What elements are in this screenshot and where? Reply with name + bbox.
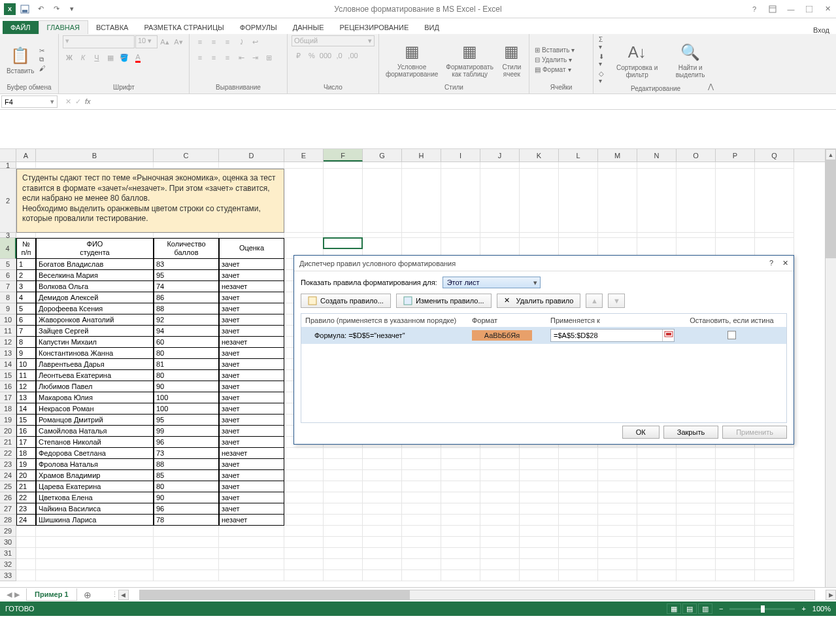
cell[interactable] <box>284 559 324 570</box>
cell[interactable] <box>480 537 520 548</box>
cell-score[interactable]: 74 <box>154 281 219 292</box>
cell[interactable] <box>402 526 441 537</box>
cell-num[interactable]: 22 <box>16 492 36 503</box>
cell[interactable] <box>219 570 284 581</box>
view-normal-icon[interactable]: ▦ <box>667 603 681 614</box>
cell-num[interactable]: 10 <box>16 359 36 370</box>
cell[interactable] <box>441 570 480 581</box>
cell[interactable] <box>716 570 755 581</box>
sort-filter-button[interactable]: A↓ Сортировка и фильтр <box>610 41 665 80</box>
cell[interactable] <box>755 169 794 233</box>
row-header[interactable]: 1 <box>0 162 16 169</box>
redo-icon[interactable]: ↷ <box>50 3 63 16</box>
cell-grade[interactable]: зачет <box>219 492 284 503</box>
cell[interactable] <box>637 448 677 459</box>
cell[interactable] <box>559 470 598 481</box>
cell-fio[interactable]: Самойлова Наталья <box>36 426 154 437</box>
clear-button[interactable]: ◇ ▾ <box>597 69 607 85</box>
cell-fio[interactable]: Константинова Жанна <box>36 348 154 359</box>
cell-score[interactable]: 95 <box>154 270 219 281</box>
cell[interactable] <box>480 503 520 515</box>
cell[interactable] <box>677 515 716 526</box>
cell-fio[interactable]: Шишкина Лариса <box>36 515 154 526</box>
cell[interactable] <box>154 233 219 238</box>
cell[interactable] <box>677 233 716 238</box>
cell[interactable] <box>520 162 559 169</box>
ribbon-collapse-icon[interactable]: ⋀ <box>708 82 714 91</box>
cell-num[interactable]: 13 <box>16 392 36 403</box>
format-cells-button[interactable]: ▤Формат ▾ <box>533 65 576 74</box>
cell[interactable] <box>520 470 559 481</box>
cell-grade[interactable]: зачет <box>219 292 284 303</box>
login-link[interactable]: Вход <box>813 26 829 34</box>
cell-fio[interactable]: Богатов Владислав <box>36 259 154 270</box>
cell[interactable] <box>677 492 716 503</box>
cell-score[interactable]: 95 <box>154 415 219 426</box>
cell[interactable] <box>677 537 716 548</box>
cell[interactable] <box>520 537 559 548</box>
cell[interactable] <box>441 459 480 470</box>
tab-insert[interactable]: ВСТАВКА <box>88 21 136 34</box>
cell[interactable] <box>219 537 284 548</box>
column-header-Q[interactable]: Q <box>755 149 794 161</box>
cell-fio[interactable]: Любимов Павел <box>36 381 154 392</box>
cell[interactable] <box>598 459 637 470</box>
cell[interactable] <box>637 233 677 238</box>
cell[interactable] <box>559 559 598 570</box>
cell[interactable] <box>284 233 324 238</box>
cell[interactable] <box>480 459 520 470</box>
cell[interactable] <box>716 526 755 537</box>
row-header[interactable]: 29 <box>0 526 16 537</box>
move-down-button[interactable]: ▼ <box>608 294 625 308</box>
cell[interactable] <box>324 470 363 481</box>
cell[interactable] <box>16 570 36 581</box>
cell[interactable] <box>363 448 402 459</box>
new-sheet-button[interactable]: ⊕ <box>77 590 98 600</box>
cell-grade[interactable]: зачет <box>219 370 284 381</box>
cell[interactable] <box>716 162 755 169</box>
column-header-N[interactable]: N <box>637 149 677 161</box>
save-icon[interactable] <box>18 3 31 16</box>
tab-file[interactable]: ФАЙЛ <box>3 21 39 34</box>
insert-cells-button[interactable]: ⊞Вставить ▾ <box>533 46 576 54</box>
cell[interactable] <box>324 162 363 169</box>
cell[interactable] <box>677 503 716 515</box>
cell[interactable] <box>755 526 794 537</box>
cell-fio[interactable]: Зайцев Сергей <box>36 326 154 337</box>
row-header[interactable]: 22 <box>0 448 16 459</box>
cell[interactable] <box>520 548 559 559</box>
column-header-H[interactable]: H <box>402 149 441 161</box>
cell[interactable] <box>677 559 716 570</box>
cell[interactable] <box>716 448 755 459</box>
cell-num[interactable]: 6 <box>16 314 36 326</box>
cell-score[interactable]: 81 <box>154 359 219 370</box>
cell-num[interactable]: 24 <box>16 515 36 526</box>
cell[interactable] <box>559 481 598 492</box>
cell[interactable] <box>36 162 154 169</box>
row-header[interactable]: 23 <box>0 459 16 470</box>
cell[interactable] <box>480 526 520 537</box>
show-for-select[interactable]: Этот лист <box>443 277 541 288</box>
cell[interactable] <box>219 559 284 570</box>
align-middle-icon[interactable]: ≡ <box>207 35 220 48</box>
cell[interactable] <box>219 233 284 238</box>
cell[interactable] <box>284 459 324 470</box>
cell[interactable] <box>559 162 598 169</box>
cell-score[interactable]: 90 <box>154 492 219 503</box>
cell[interactable] <box>716 459 755 470</box>
cell[interactable] <box>154 162 219 169</box>
cell[interactable] <box>16 537 36 548</box>
cell[interactable] <box>520 570 559 581</box>
cell[interactable] <box>402 559 441 570</box>
cell-fio[interactable]: Степанов Николай <box>36 437 154 448</box>
hscroll-thumb[interactable] <box>140 590 410 600</box>
cell[interactable] <box>441 470 480 481</box>
cell[interactable] <box>716 548 755 559</box>
cell[interactable] <box>520 481 559 492</box>
cell[interactable] <box>637 162 677 169</box>
move-up-button[interactable]: ▲ <box>586 294 603 308</box>
cell-score[interactable]: 100 <box>154 403 219 415</box>
view-layout-icon[interactable]: ▤ <box>682 603 697 614</box>
cell[interactable] <box>598 169 637 233</box>
cell[interactable] <box>716 503 755 515</box>
